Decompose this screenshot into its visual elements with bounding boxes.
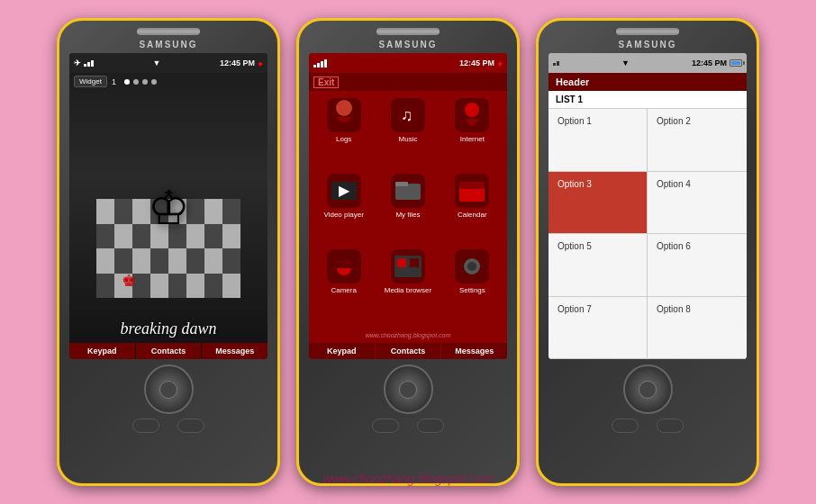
phone-2-buttons-row [372, 418, 444, 433]
right-softkey-2[interactable] [417, 418, 444, 433]
app-videoplayer[interactable]: ▶ Video player [313, 170, 375, 244]
svg-rect-7 [395, 182, 408, 186]
chess-cell [114, 224, 132, 249]
phone-2: SAMSUNG 12:45 PM ● [296, 18, 520, 486]
app-internet[interactable]: Internet [441, 94, 503, 168]
chess-cell [186, 274, 204, 299]
left-softkey[interactable] [132, 418, 159, 433]
option-2[interactable]: Option 2 [648, 109, 747, 172]
left-softkey-3[interactable] [612, 418, 639, 433]
svg-point-3 [465, 103, 479, 117]
keypad-button-2[interactable]: Keypad [309, 343, 375, 359]
right-softkey-3[interactable] [657, 418, 684, 433]
option-6-label: Option 6 [657, 241, 691, 251]
nav-center[interactable] [159, 381, 177, 399]
watermark-inside: www.choozhang.blogspot.com [309, 323, 507, 343]
app-logs[interactable]: Logs [313, 94, 375, 168]
chess-cell [222, 274, 240, 299]
app-calendar[interactable]: Calendar [441, 170, 503, 244]
signal-bars-3 [553, 61, 559, 66]
ui-list-header: LIST 1 [549, 91, 747, 109]
option-5[interactable]: Option 5 [549, 234, 648, 297]
phone-2-content: 12:45 PM ● Exit Logs ♫ [309, 53, 507, 359]
phone-3-status-left [553, 61, 559, 66]
sig-a [553, 63, 556, 66]
phone-1-controls [67, 364, 270, 433]
camera-label: Camera [331, 286, 356, 294]
nav-center-2[interactable] [399, 381, 417, 399]
title-area: breaking dawn [69, 316, 267, 343]
clock-3: 12:45 PM [692, 58, 727, 68]
app-settings[interactable]: Settings [441, 246, 503, 320]
svg-text:♫: ♫ [401, 106, 413, 124]
phone-2-screen: 12:45 PM ● Exit Logs ♫ [309, 53, 507, 359]
myfiles-label: My files [395, 211, 420, 219]
phone-1-content: ✈ ▼ 12:45 PM ● Widget 1 [69, 53, 267, 359]
mediabrowser-label: Media browser [385, 286, 431, 294]
nav-ring-2[interactable] [384, 364, 433, 414]
keypad-button[interactable]: Keypad [69, 343, 135, 359]
contacts-button-2[interactable]: Contacts [376, 343, 441, 359]
phone-2-time: 12:45 PM ● [459, 58, 503, 68]
nav-center-3[interactable] [639, 381, 657, 399]
chess-cell [114, 199, 132, 224]
app-myfiles[interactable]: My files [376, 170, 439, 244]
option-1[interactable]: Option 1 [549, 109, 648, 172]
logs-icon [327, 98, 361, 132]
dots-area [124, 79, 157, 85]
messages-button[interactable]: Messages [202, 343, 267, 359]
widget-bar: Widget 1 [69, 73, 267, 90]
left-softkey-2[interactable] [372, 418, 399, 433]
signal-bars-2 [313, 59, 327, 68]
option-3[interactable]: Option 3 [549, 172, 648, 235]
dot-1 [124, 79, 130, 85]
option-4[interactable]: Option 4 [648, 172, 747, 235]
calendar-label: Calendar [458, 211, 486, 219]
svg-rect-12 [397, 258, 406, 267]
red-dot-2: ● [497, 58, 503, 68]
phone-2-bottom-buttons: Keypad Contacts Messages [309, 343, 507, 359]
music-icon: ♫ [391, 98, 425, 132]
music-label: Music [399, 135, 418, 143]
myfiles-icon [391, 174, 425, 208]
calendar-icon [455, 174, 489, 208]
phone-3-statusbar: ▼ 12:45 PM [549, 53, 747, 73]
option-1-label: Option 1 [558, 116, 592, 126]
exit-label[interactable]: Exit [313, 76, 339, 88]
clock-2: 12:45 PM [459, 58, 494, 68]
chess-cell [222, 248, 240, 274]
chess-king-white: ♔ [148, 181, 190, 235]
option-6[interactable]: Option 6 [648, 234, 747, 297]
svg-point-0 [336, 100, 352, 116]
nav-ring[interactable] [144, 364, 194, 414]
chess-cell [222, 199, 240, 224]
phone-1-status-left: ✈ [74, 58, 94, 68]
signal-bars [84, 60, 94, 67]
internet-icon [455, 98, 489, 132]
battery-icon [730, 59, 742, 67]
chess-cell [204, 248, 222, 274]
option-8[interactable]: Option 8 [648, 297, 747, 360]
app-camera[interactable]: Camera [313, 246, 375, 320]
option-8-label: Option 8 [657, 304, 691, 314]
phone-1-speaker [137, 28, 200, 35]
phone-3-buttons-row [612, 418, 684, 433]
settings-label: Settings [459, 286, 485, 294]
option-3-label: Option 3 [558, 179, 592, 189]
app-mediabrowser[interactable]: Media browser [376, 246, 439, 320]
phone-1: SAMSUNG ✈ ▼ 12:45 PM ● [57, 18, 280, 486]
option-4-label: Option 4 [657, 179, 691, 189]
chess-cell [204, 274, 222, 299]
chess-cell [168, 274, 186, 299]
app-grid: Logs ♫ Music Internet ▶ [309, 91, 507, 323]
messages-button-2[interactable]: Messages [441, 343, 507, 359]
right-softkey[interactable] [177, 418, 204, 433]
nav-ring-3[interactable] [623, 364, 673, 414]
status-arrow: ▼ [153, 58, 161, 68]
app-music[interactable]: ♫ Music [376, 94, 439, 168]
signal-bar-1 [84, 64, 86, 67]
phone-2-speaker [376, 28, 440, 35]
option-7[interactable]: Option 7 [549, 297, 648, 360]
contacts-button[interactable]: Contacts [136, 343, 202, 359]
mediabrowser-icon [391, 249, 425, 284]
